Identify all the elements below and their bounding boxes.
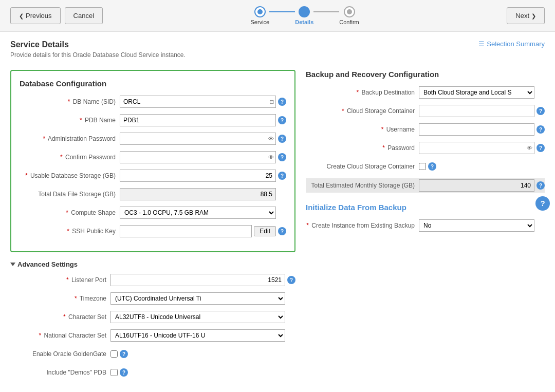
step-label-confirm: Confirm xyxy=(339,19,359,25)
backup-password-eye-icon: 👁 xyxy=(527,145,532,151)
advanced-settings: Advanced Settings * Listener Port ? * Ti… xyxy=(10,260,295,379)
listener-port-label: * Listener Port xyxy=(10,276,110,284)
confirm-password-eye-icon: 👁 xyxy=(268,154,274,160)
username-input[interactable] xyxy=(419,123,534,136)
usable-storage-label: * Usable Database Storage (GB) xyxy=(20,172,120,179)
backup-section-title: Backup and Recovery Configuration xyxy=(306,70,545,79)
listener-port-row: * Listener Port ? xyxy=(10,273,295,287)
db-config-box: Database Configuration * DB Name (SID) ⊟… xyxy=(10,70,295,252)
total-storage-input xyxy=(120,188,276,200)
backup-password-help[interactable]: ? xyxy=(536,144,545,152)
step-label-service: Service xyxy=(251,19,270,25)
backup-config-section: Backup and Recovery Configuration * Back… xyxy=(306,70,545,193)
admin-password-input[interactable] xyxy=(120,133,276,145)
national-char-set-label: * National Character Set xyxy=(10,332,110,339)
initialize-data-section: Initialize Data From Backup * Create Ins… xyxy=(306,203,545,232)
character-set-label: * Character Set xyxy=(10,313,110,321)
next-label: Next xyxy=(515,12,529,20)
ssh-edit-button[interactable]: Edit xyxy=(254,226,276,236)
demos-pdb-checkbox[interactable] xyxy=(110,369,118,376)
national-char-set-select[interactable]: AL16UTF16 - Unicode UTF-16 U xyxy=(110,329,285,342)
create-container-row: Create Cloud Storage Container ? xyxy=(306,160,545,173)
advanced-settings-title: Advanced Settings xyxy=(10,260,295,268)
admin-password-input-wrapper: 👁 xyxy=(120,133,276,145)
cancel-label: Cancel xyxy=(73,12,94,20)
backup-password-input[interactable] xyxy=(419,142,534,154)
compute-shape-row: * Compute Shape OC3 - 1.0 OCPU, 7.5 GB R… xyxy=(20,206,286,219)
step-circle-confirm xyxy=(344,6,355,17)
top-bar: Previous Cancel Service Details Confirm xyxy=(0,0,555,32)
backup-password-row: * Password 👁 ? xyxy=(306,141,545,155)
character-set-select[interactable]: AL32UTF8 - Unicode Universal xyxy=(110,311,285,323)
create-instance-row: * Create Instance from Existing Backup N… xyxy=(306,219,545,232)
cloud-storage-row: * Cloud Storage Container ? xyxy=(306,104,545,118)
cloud-storage-label: * Cloud Storage Container xyxy=(306,107,419,115)
golden-gate-label: Enable Oracle GoldenGate xyxy=(10,350,110,358)
pdb-name-input[interactable] xyxy=(120,114,276,126)
golden-gate-help[interactable]: ? xyxy=(120,350,128,358)
demos-pdb-label: Include "Demos" PDB xyxy=(10,369,110,376)
selection-summary-link[interactable]: Selection Summary xyxy=(478,40,545,48)
step-confirm: Confirm xyxy=(339,6,359,25)
golden-gate-checkbox[interactable] xyxy=(110,350,118,358)
character-set-row: * Character Set AL32UTF8 - Unicode Unive… xyxy=(10,310,295,324)
db-name-row: * DB Name (SID) ⊟ ? xyxy=(20,95,286,108)
listener-port-input[interactable] xyxy=(110,274,285,286)
ssh-key-help[interactable]: ? xyxy=(278,227,286,235)
total-storage-row: Total Data File Storage (GB) ? xyxy=(20,188,286,201)
step-line-1 xyxy=(269,11,295,12)
previous-button[interactable]: Previous xyxy=(10,7,61,24)
total-monthly-storage-row: Total Estimated Monthly Storage (GB) ? xyxy=(306,178,545,193)
confirm-password-row: * Confirm Password 👁 ? xyxy=(20,151,286,164)
username-label: * Username xyxy=(306,126,419,133)
next-button[interactable]: Next xyxy=(507,7,545,24)
db-name-help[interactable]: ? xyxy=(278,98,286,106)
step-label-details: Details xyxy=(295,19,313,25)
stepper-container: Service Details Confirm xyxy=(251,6,359,25)
db-input-icon: ⊟ xyxy=(269,99,274,105)
pdb-name-label: * PDB Name xyxy=(20,117,120,124)
top-bar-left: Previous Cancel xyxy=(10,7,103,24)
cloud-storage-input[interactable] xyxy=(419,105,534,117)
previous-label: Previous xyxy=(26,12,52,20)
username-help[interactable]: ? xyxy=(536,125,545,134)
step-details: Details xyxy=(295,6,313,25)
admin-password-help[interactable]: ? xyxy=(278,135,286,143)
backup-dest-row: * Backup Destination Both Cloud Storage … xyxy=(306,86,545,99)
timezone-select[interactable]: (UTC) Coordinated Universal Ti xyxy=(110,292,285,305)
db-name-input[interactable] xyxy=(120,96,276,108)
confirm-password-input[interactable] xyxy=(120,151,276,163)
confirm-password-help[interactable]: ? xyxy=(278,153,286,161)
cancel-button[interactable]: Cancel xyxy=(65,7,103,24)
create-container-checkbox[interactable] xyxy=(419,163,426,170)
create-container-help[interactable]: ? xyxy=(428,162,436,171)
pdb-name-help[interactable]: ? xyxy=(278,116,286,124)
backup-dest-select[interactable]: Both Cloud Storage and Local S xyxy=(419,86,534,99)
listener-port-help[interactable]: ? xyxy=(287,276,295,284)
page-header: Service Details Provide details for this… xyxy=(10,40,186,65)
total-monthly-storage-help[interactable]: ? xyxy=(536,181,545,190)
demos-pdb-help[interactable]: ? xyxy=(120,368,128,377)
step-line-2 xyxy=(313,11,339,12)
timezone-row: * Timezone (UTC) Coordinated Universal T… xyxy=(10,292,295,305)
cloud-storage-help[interactable]: ? xyxy=(536,107,545,115)
golden-gate-row: Enable Oracle GoldenGate ? xyxy=(10,347,295,361)
usable-storage-input[interactable] xyxy=(120,170,276,182)
ssh-key-input[interactable] xyxy=(120,225,252,237)
stepper: Service Details Confirm xyxy=(251,6,359,25)
db-config-title: Database Configuration xyxy=(20,79,286,88)
floating-help-button[interactable]: ? xyxy=(535,196,550,211)
compute-shape-select[interactable]: OC3 - 1.0 OCPU, 7.5 GB RAM xyxy=(120,207,276,219)
create-instance-select[interactable]: No xyxy=(419,219,534,232)
initialize-data-title: Initialize Data From Backup xyxy=(306,203,545,212)
step-circle-service xyxy=(254,6,266,17)
top-bar-right: Next xyxy=(507,7,545,24)
page-subtitle: Provide details for this Oracle Database… xyxy=(10,51,186,59)
create-container-label: Create Cloud Storage Container xyxy=(306,163,419,170)
triangle-icon xyxy=(10,263,15,266)
backup-password-input-wrapper: 👁 xyxy=(419,142,534,154)
right-panel: Backup and Recovery Configuration * Back… xyxy=(306,70,545,384)
create-instance-label: * Create Instance from Existing Backup xyxy=(306,222,419,229)
summary-icon xyxy=(478,40,485,48)
usable-storage-help[interactable]: ? xyxy=(278,172,286,180)
